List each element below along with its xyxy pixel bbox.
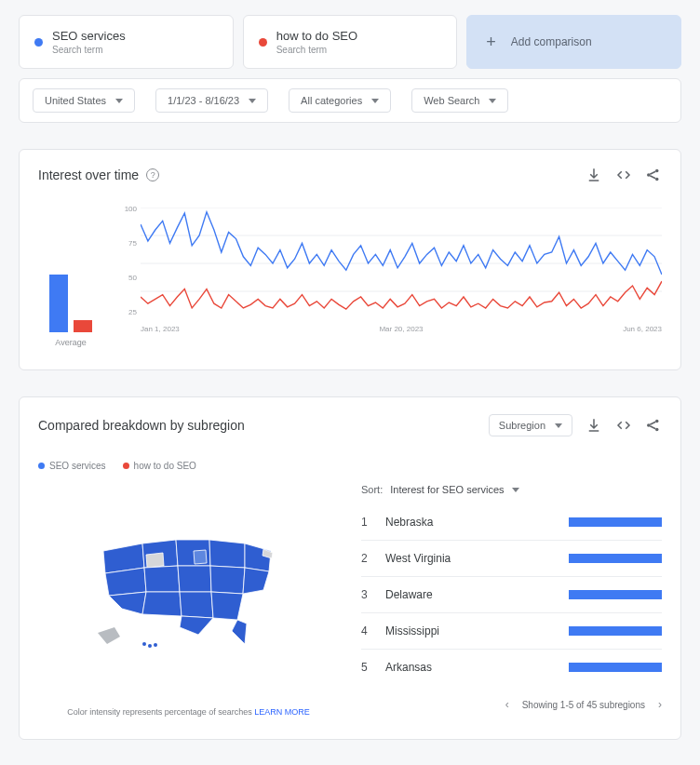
- chart-wrap: Average 100 75 50 25 Jan 1, 2023 Mar 20,…: [38, 208, 662, 347]
- term2-label: how to do SEO: [276, 29, 357, 43]
- filter-region-label: United States: [45, 95, 106, 106]
- region-name: West Virginia: [385, 552, 556, 565]
- filter-category[interactable]: All categories: [289, 88, 391, 113]
- avg-label: Average: [55, 338, 86, 347]
- xtick: Mar 20, 2023: [379, 325, 423, 333]
- pager: ‹ Showing 1-5 of 45 subregions ›: [361, 698, 662, 711]
- term-wrap: SEO services Search term: [52, 29, 126, 55]
- region-rank: 5: [361, 661, 372, 674]
- share-icon[interactable]: [645, 417, 662, 434]
- region-row[interactable]: 2West Virginia: [361, 540, 662, 576]
- region-row[interactable]: 5Arkansas: [361, 649, 662, 685]
- region-row[interactable]: 3Delaware: [361, 576, 662, 612]
- legend-a-label: SEO services: [49, 461, 106, 471]
- x-ticks: Jan 1, 2023 Mar 20, 2023 Jun 6, 2023: [141, 325, 662, 333]
- region-bar: [569, 554, 662, 563]
- add-comparison-button[interactable]: + Add comparison: [466, 15, 681, 69]
- legend-item-a: SEO services: [38, 461, 106, 471]
- us-map[interactable]: [38, 512, 339, 670]
- sort-value: Interest for SEO services: [390, 484, 504, 495]
- series-dot-blue: [34, 38, 43, 47]
- download-icon[interactable]: [586, 417, 602, 434]
- subregion-dropdown[interactable]: Subregion: [489, 414, 572, 436]
- region-name: Arkansas: [385, 661, 556, 674]
- legend: SEO services how to do SEO: [38, 461, 662, 471]
- interest-panel: Interest over time ?: [19, 149, 681, 370]
- svg-point-12: [154, 643, 157, 647]
- svg-point-9: [655, 428, 658, 431]
- share-icon[interactable]: [645, 167, 662, 183]
- svg-point-11: [148, 644, 152, 648]
- learn-more-link[interactable]: LEARN MORE: [254, 707, 310, 717]
- region-title-wrap: Compared breakdown by subregion: [38, 418, 245, 433]
- filter-daterange[interactable]: 1/1/23 - 8/16/23: [155, 88, 268, 113]
- chevron-down-icon: [555, 423, 562, 428]
- term1-sub: Search term: [52, 45, 126, 55]
- subregion-label: Subregion: [499, 420, 545, 431]
- sort-label: Sort:: [361, 484, 383, 495]
- region-row[interactable]: 1Nebraska: [361, 504, 662, 540]
- legend-dot-blue: [38, 463, 45, 469]
- pager-text: Showing 1-5 of 45 subregions: [522, 700, 645, 710]
- compare-card-2[interactable]: how to do SEO Search term: [243, 15, 458, 69]
- region-row[interactable]: 4Mississippi: [361, 612, 662, 649]
- svg-point-1: [655, 169, 658, 172]
- region-rank: 4: [361, 624, 372, 638]
- line-plot[interactable]: [141, 208, 662, 319]
- ytick: 25: [111, 308, 137, 316]
- add-comparison-label: Add comparison: [511, 35, 592, 48]
- compare-card-1[interactable]: SEO services Search term: [19, 15, 234, 69]
- panel-head: Interest over time ?: [38, 167, 662, 183]
- avg-bars: [49, 211, 92, 332]
- xtick: Jun 6, 2023: [623, 325, 662, 333]
- filter-region[interactable]: United States: [33, 88, 135, 113]
- panel-actions: Subregion: [489, 414, 662, 436]
- svg-point-7: [647, 423, 650, 426]
- embed-icon[interactable]: [615, 417, 632, 434]
- legend-item-b: how to do SEO: [123, 461, 196, 471]
- xtick: Jan 1, 2023: [141, 325, 180, 333]
- sort-dropdown[interactable]: Interest for SEO services: [390, 484, 518, 495]
- caption-text: Color intensity represents percentage of…: [67, 707, 254, 717]
- svg-point-0: [647, 173, 650, 176]
- ytick: 50: [111, 274, 137, 282]
- y-ticks: 100 75 50 25: [111, 208, 137, 319]
- term-wrap: how to do SEO Search term: [276, 29, 357, 55]
- legend-b-label: how to do SEO: [134, 461, 196, 471]
- region-rank: 3: [361, 588, 372, 601]
- chart-main: 100 75 50 25 Jan 1, 2023 Mar 20, 2023 Ju…: [111, 208, 662, 347]
- region-panel: Compared breakdown by subregion Subregio…: [19, 396, 681, 740]
- svg-point-10: [142, 642, 146, 646]
- region-name: Delaware: [385, 588, 556, 601]
- term1-label: SEO services: [52, 29, 126, 43]
- region-bar: [569, 517, 662, 527]
- ytick: 100: [111, 205, 137, 213]
- interest-title: Interest over time: [38, 168, 139, 182]
- download-icon[interactable]: [586, 167, 602, 183]
- ytick: 75: [111, 239, 137, 248]
- region-name: Mississippi: [385, 624, 556, 638]
- filter-search-type-label: Web Search: [424, 95, 479, 106]
- pager-prev[interactable]: ‹: [505, 698, 509, 711]
- chevron-down-icon: [489, 99, 496, 103]
- legend-dot-red: [123, 463, 129, 469]
- help-icon[interactable]: ?: [146, 168, 159, 181]
- svg-point-2: [655, 178, 658, 181]
- region-list: Sort: Interest for SEO services 1Nebrask…: [361, 484, 662, 717]
- filter-category-label: All categories: [301, 95, 362, 106]
- region-rank: 2: [361, 552, 372, 565]
- embed-icon[interactable]: [615, 167, 632, 183]
- pager-next[interactable]: ›: [658, 698, 662, 711]
- filter-search-type[interactable]: Web Search: [411, 88, 508, 113]
- map-caption: Color intensity represents percentage of…: [67, 707, 310, 717]
- plus-icon: +: [486, 34, 496, 50]
- filters-bar: United States 1/1/23 - 8/16/23 All categ…: [19, 78, 681, 123]
- filter-daterange-label: 1/1/23 - 8/16/23: [168, 95, 239, 106]
- svg-point-8: [655, 420, 658, 423]
- region-name: Nebraska: [385, 516, 556, 529]
- region-bar: [569, 663, 662, 672]
- region-title: Compared breakdown by subregion: [38, 418, 245, 433]
- region-bar: [569, 626, 662, 636]
- chevron-down-icon: [512, 488, 519, 492]
- map-col: Color intensity represents percentage of…: [38, 484, 339, 717]
